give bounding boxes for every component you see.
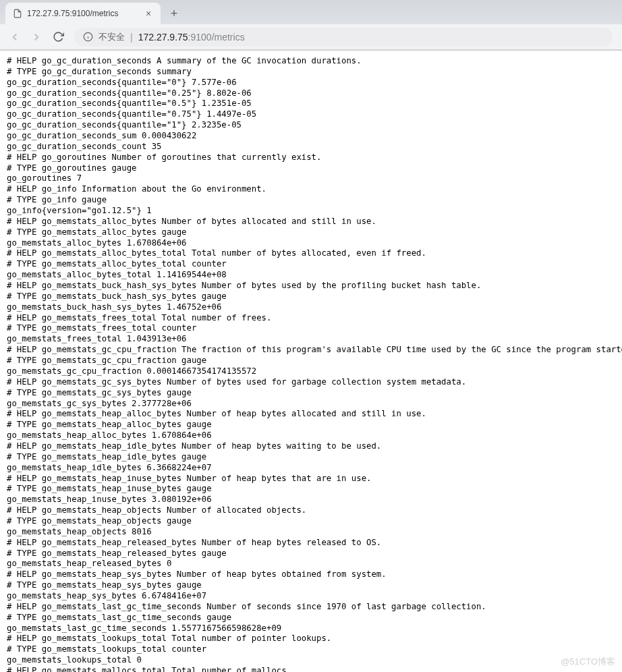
address-bar[interactable]: 不安全 | 172.27.9.75:9100/metrics bbox=[74, 28, 613, 47]
watermark: @51CTO博客 bbox=[561, 656, 615, 668]
file-icon bbox=[12, 8, 23, 19]
new-tab-button[interactable]: + bbox=[165, 4, 183, 23]
browser-chrome: 172.27.9.75:9100/metrics × + 不安全 | 172.2… bbox=[0, 0, 622, 51]
url-port-path: :9100/metrics bbox=[188, 32, 245, 43]
close-icon[interactable]: × bbox=[143, 8, 154, 19]
metrics-content: # HELP go_gc_duration_seconds A summary … bbox=[0, 51, 622, 672]
tab-bar: 172.27.9.75:9100/metrics × + bbox=[0, 0, 622, 24]
url-separator: | bbox=[130, 32, 133, 43]
info-icon[interactable] bbox=[82, 32, 93, 43]
back-button[interactable] bbox=[5, 28, 24, 47]
browser-tab[interactable]: 172.27.9.75:9100/metrics × bbox=[5, 3, 161, 24]
tab-title: 172.27.9.75:9100/metrics bbox=[27, 9, 139, 18]
toolbar: 不安全 | 172.27.9.75:9100/metrics bbox=[0, 24, 622, 50]
url-host: 172.27.9.75 bbox=[138, 32, 188, 43]
url-text: 172.27.9.75:9100/metrics bbox=[138, 32, 245, 43]
security-label: 不安全 bbox=[98, 31, 125, 43]
reload-button[interactable] bbox=[49, 28, 67, 47]
forward-button[interactable] bbox=[27, 28, 46, 47]
